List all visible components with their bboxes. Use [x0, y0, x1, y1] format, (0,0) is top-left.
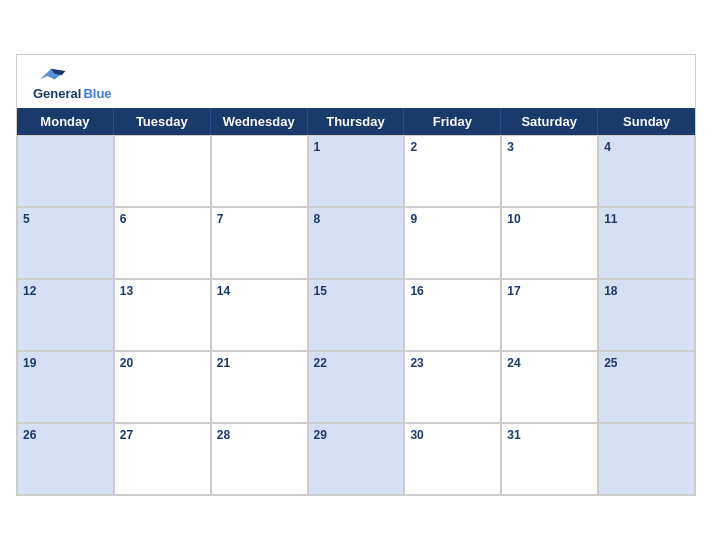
- day-header-thursday: Thursday: [308, 108, 405, 135]
- day-cell: 28: [211, 423, 308, 495]
- day-cell: 18: [598, 279, 695, 351]
- day-number: 29: [314, 428, 399, 442]
- day-cell: 12: [17, 279, 114, 351]
- day-number: 31: [507, 428, 592, 442]
- day-cell: 29: [308, 423, 405, 495]
- day-cell: [211, 135, 308, 207]
- day-cell: 8: [308, 207, 405, 279]
- day-cell: 10: [501, 207, 598, 279]
- day-number: 21: [217, 356, 302, 370]
- day-number: 16: [410, 284, 495, 298]
- day-cell: [17, 135, 114, 207]
- day-number: 11: [604, 212, 689, 226]
- day-number: 20: [120, 356, 205, 370]
- day-cell: 4: [598, 135, 695, 207]
- day-number: 26: [23, 428, 108, 442]
- day-cell: 24: [501, 351, 598, 423]
- day-cell: 22: [308, 351, 405, 423]
- day-cell: 1: [308, 135, 405, 207]
- day-number: 14: [217, 284, 302, 298]
- day-number: 8: [314, 212, 399, 226]
- day-number: 12: [23, 284, 108, 298]
- day-cell: 26: [17, 423, 114, 495]
- day-cell: 3: [501, 135, 598, 207]
- day-cell: 17: [501, 279, 598, 351]
- day-number: 13: [120, 284, 205, 298]
- day-header-tuesday: Tuesday: [114, 108, 211, 135]
- day-cell: 19: [17, 351, 114, 423]
- day-header-wednesday: Wednesday: [211, 108, 308, 135]
- day-cell: 11: [598, 207, 695, 279]
- day-cell: 30: [404, 423, 501, 495]
- day-number: 25: [604, 356, 689, 370]
- day-number: 9: [410, 212, 495, 226]
- day-number: 15: [314, 284, 399, 298]
- calendar-grid: 1234567891011121314151617181920212223242…: [17, 135, 695, 495]
- day-cell: 16: [404, 279, 501, 351]
- day-number: 1: [314, 140, 399, 154]
- day-cell: 23: [404, 351, 501, 423]
- day-number: 7: [217, 212, 302, 226]
- day-cell: 14: [211, 279, 308, 351]
- day-number: 19: [23, 356, 108, 370]
- day-number: 18: [604, 284, 689, 298]
- day-cell: 9: [404, 207, 501, 279]
- day-headers: MondayTuesdayWednesdayThursdayFridaySatu…: [17, 108, 695, 135]
- day-number: 23: [410, 356, 495, 370]
- day-cell: 25: [598, 351, 695, 423]
- day-header-monday: Monday: [17, 108, 114, 135]
- day-cell: 27: [114, 423, 211, 495]
- day-number: 5: [23, 212, 108, 226]
- day-number: 4: [604, 140, 689, 154]
- day-number: 24: [507, 356, 592, 370]
- day-number: 2: [410, 140, 495, 154]
- day-cell: 5: [17, 207, 114, 279]
- day-number: 28: [217, 428, 302, 442]
- day-header-friday: Friday: [404, 108, 501, 135]
- day-cell: 21: [211, 351, 308, 423]
- day-number: 17: [507, 284, 592, 298]
- day-number: 27: [120, 428, 205, 442]
- calendar-header: General Blue: [17, 55, 695, 107]
- day-header-sunday: Sunday: [598, 108, 695, 135]
- day-number: 6: [120, 212, 205, 226]
- day-cell: 15: [308, 279, 405, 351]
- logo-blue: Blue: [83, 87, 111, 101]
- day-cell: 2: [404, 135, 501, 207]
- day-cell: 6: [114, 207, 211, 279]
- logo-general: General: [33, 87, 81, 101]
- logo-icon: [33, 65, 69, 87]
- day-number: 22: [314, 356, 399, 370]
- day-cell: [598, 423, 695, 495]
- logo: General Blue: [33, 65, 112, 101]
- calendar: General Blue MondayTuesdayWednesdayThurs…: [16, 54, 696, 495]
- day-number: 30: [410, 428, 495, 442]
- day-cell: 31: [501, 423, 598, 495]
- day-cell: 20: [114, 351, 211, 423]
- day-cell: 13: [114, 279, 211, 351]
- day-number: 3: [507, 140, 592, 154]
- day-cell: 7: [211, 207, 308, 279]
- day-header-saturday: Saturday: [501, 108, 598, 135]
- day-cell: [114, 135, 211, 207]
- day-number: 10: [507, 212, 592, 226]
